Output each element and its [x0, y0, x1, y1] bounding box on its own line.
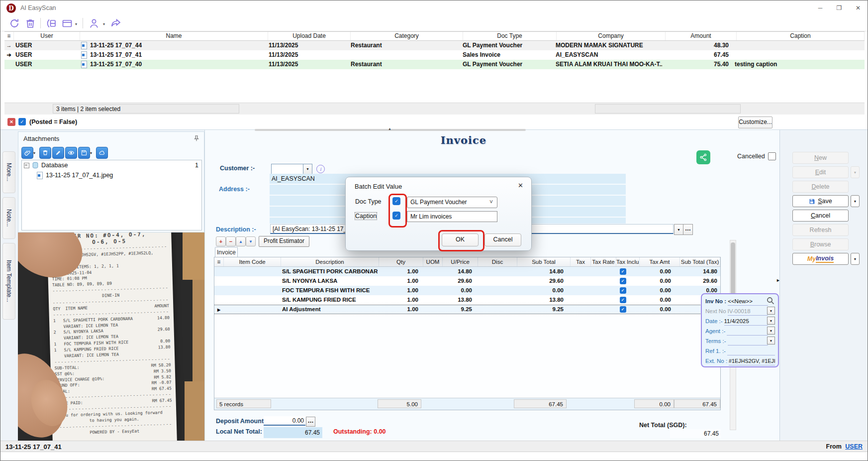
caption-input[interactable]: Mr Lim invoices: [407, 211, 497, 222]
inv-no-value[interactable]: <<New>>: [728, 297, 768, 306]
from-user-link[interactable]: USER: [845, 443, 863, 450]
item-row[interactable]: FOC TEMPURA FISH WITH RICE 1.00 0.00 0.0…: [214, 286, 720, 295]
receipt-photo[interactable]: DER NO: #O-4, O-7,O-6, O-5--------------…: [18, 232, 204, 441]
edit-dropdown-icon[interactable]: ▼: [851, 166, 860, 178]
side-tab-note[interactable]: Note...: [2, 197, 15, 239]
column-header[interactable]: Caption: [737, 32, 865, 40]
attach-edit-button[interactable]: [52, 147, 64, 159]
customer-dropdown-icon[interactable]: [303, 164, 312, 174]
item-column-header[interactable]: Disc: [478, 257, 517, 266]
user-icon[interactable]: [88, 17, 100, 29]
table-row[interactable]: USER 13-11-25 17_07_41 11/13/2025 Sales …: [4, 50, 865, 60]
refresh-button[interactable]: Refresh: [792, 224, 849, 236]
dialog-close-icon[interactable]: ✕: [518, 182, 523, 189]
side-tab-more[interactable]: More...: [2, 151, 15, 193]
myinvois-button[interactable]: MyInvois: [792, 253, 849, 265]
item-column-header[interactable]: Description: [281, 257, 379, 266]
description-dropdown-icon[interactable]: [674, 224, 683, 235]
share-green-icon[interactable]: [696, 150, 710, 164]
item-column-header[interactable]: Tax Amt: [640, 257, 680, 266]
browse-button[interactable]: Browse: [792, 238, 849, 250]
profit-estimator-button[interactable]: Profit Estimator: [259, 236, 309, 247]
table-row[interactable]: USER 13-11-25 17_07_44 11/13/2025 Restau…: [4, 41, 865, 50]
splitter-collapse-icon[interactable]: ▲: [388, 127, 391, 130]
column-header[interactable]: Company: [557, 32, 666, 40]
customize-button[interactable]: Customize...: [738, 116, 772, 128]
doc-type-select[interactable]: GL Payment Voucher: [407, 197, 497, 208]
deposit-more-button[interactable]: …: [306, 417, 315, 427]
item-column-header[interactable]: Item Code: [224, 257, 281, 266]
edit-button[interactable]: Edit: [792, 166, 849, 178]
info-icon[interactable]: i: [316, 165, 325, 173]
myinvois-dropdown-icon[interactable]: ▼: [851, 253, 860, 265]
save-dropdown-icon[interactable]: ▼: [851, 195, 860, 207]
tax-inclusive-checkbox[interactable]: [620, 297, 626, 303]
cancel-button[interactable]: Cancel: [484, 233, 521, 246]
item-column-header[interactable]: U/Price: [443, 257, 478, 266]
item-row[interactable]: AI Adjustment 1.00 9.25 9.25 0.00 9.25: [214, 305, 720, 314]
move-down-button[interactable]: ▼: [246, 236, 256, 246]
column-header[interactable]: Amount: [666, 32, 737, 40]
item-column-header[interactable]: Tax Inclu...: [616, 257, 640, 266]
delete-icon[interactable]: [24, 17, 36, 29]
pin-icon[interactable]: [193, 135, 200, 142]
attach-save-dropdown-icon[interactable]: ▾: [90, 151, 92, 155]
close-button[interactable]: ✕: [849, 0, 868, 15]
item-column-header[interactable]: UOM: [423, 257, 443, 266]
cancelled-checkbox[interactable]: [768, 152, 776, 160]
cancel-button[interactable]: Cancel: [792, 210, 849, 222]
layout-dropdown-icon[interactable]: ▾: [75, 22, 77, 26]
tab-invoice[interactable]: Invoice: [215, 247, 238, 258]
layout-panel-icon[interactable]: [61, 17, 73, 29]
description-more-button[interactable]: …: [683, 224, 693, 235]
column-header[interactable]: User: [14, 32, 80, 40]
save-button[interactable]: Save: [792, 195, 849, 207]
collapse-expander-icon[interactable]: [24, 163, 29, 168]
column-header[interactable]: Name: [80, 32, 268, 40]
tax-inclusive-checkbox[interactable]: [620, 278, 626, 284]
move-up-button[interactable]: ▲: [236, 236, 246, 246]
add-row-button[interactable]: +: [216, 236, 226, 246]
item-row[interactable]: S/L NYONYA LAKSA 1.00 29.60 29.60 0.00 2…: [214, 276, 720, 286]
attach-cloud-button[interactable]: [96, 147, 108, 159]
agent-dropdown-icon[interactable]: [767, 327, 775, 335]
deposit-amount-input[interactable]: 0.00: [264, 416, 305, 426]
next-no-dropdown-icon[interactable]: [767, 307, 775, 315]
remove-row-button[interactable]: −: [226, 236, 236, 246]
tax-inclusive-checkbox[interactable]: [620, 306, 626, 313]
refresh-icon[interactable]: [8, 17, 20, 29]
filter-checkbox[interactable]: [18, 118, 26, 125]
item-column-header[interactable]: Tax: [571, 257, 591, 266]
attach-link-dropdown-icon[interactable]: ▾: [33, 151, 35, 155]
caption-checkbox[interactable]: [392, 212, 400, 220]
table-row[interactable]: USER 13-11-25 17_07_40 11/13/2025 Restau…: [4, 60, 865, 69]
clear-filter-button[interactable]: ✕: [7, 118, 15, 126]
attach-save-button[interactable]: [78, 147, 90, 159]
share-export-icon[interactable]: [110, 17, 122, 29]
attach-link-button[interactable]: [21, 147, 33, 159]
attach-view-button[interactable]: [65, 147, 77, 159]
terms-value[interactable]: [728, 337, 768, 346]
customer-combo[interactable]: [271, 164, 304, 174]
item-column-header[interactable]: Sub Total (Tax): [680, 257, 720, 266]
item-row[interactable]: S/L KAMPUNG FRIED RICE 1.00 13.80 13.80 …: [214, 295, 720, 305]
column-header[interactable]: Category: [351, 32, 463, 40]
item-column-header[interactable]: Qty: [379, 257, 423, 266]
doc-type-checkbox[interactable]: [392, 197, 400, 205]
pane-expand-icon[interactable]: ►: [776, 278, 780, 283]
minimize-button[interactable]: ─: [811, 0, 830, 15]
delete-button[interactable]: Delete: [792, 181, 849, 193]
maximize-button[interactable]: ❐: [830, 0, 849, 15]
date-value[interactable]: 11/4/2025: [724, 317, 768, 326]
new-button[interactable]: New: [792, 152, 849, 164]
item-row[interactable]: S/L SPAGHETTI PORK CARBONARA 1.00 14.80 …: [214, 267, 720, 276]
tax-inclusive-checkbox[interactable]: [620, 287, 626, 294]
ok-button[interactable]: OK: [442, 233, 479, 246]
collapse-panel-icon[interactable]: [45, 17, 57, 29]
user-dropdown-icon[interactable]: ▾: [103, 22, 105, 26]
column-header[interactable]: Upload Date: [268, 32, 351, 40]
item-column-header[interactable]: Sub Total: [517, 257, 571, 266]
agent-value[interactable]: [727, 327, 768, 336]
tax-inclusive-checkbox[interactable]: [620, 268, 626, 275]
terms-dropdown-icon[interactable]: [767, 337, 775, 345]
